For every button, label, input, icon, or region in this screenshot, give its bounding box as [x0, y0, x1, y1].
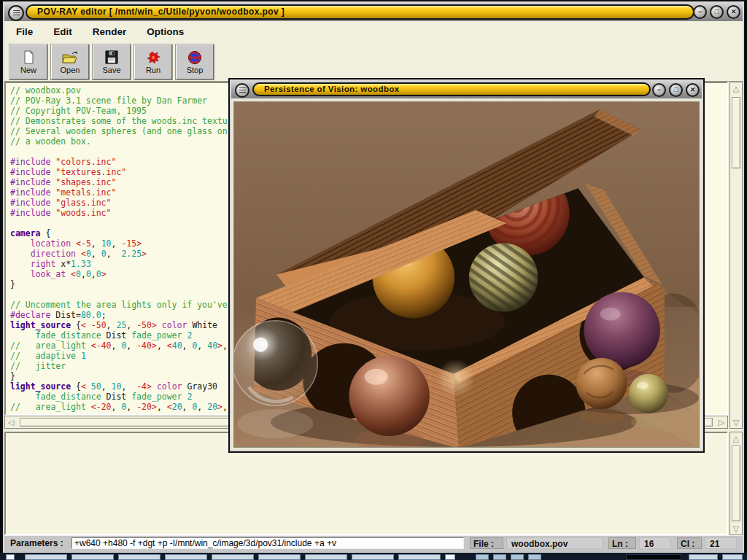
taskbar-item[interactable] [689, 554, 718, 560]
message-vertical-scrollbar[interactable]: △ ▽ [729, 432, 743, 535]
close-icon: ✕ [731, 9, 737, 15]
taskbar-item[interactable] [165, 554, 207, 560]
taskbar-item[interactable] [493, 554, 506, 560]
window-menu-button[interactable] [8, 5, 24, 21]
save-button[interactable]: Save [93, 44, 131, 79]
menu-file[interactable]: File [16, 26, 33, 37]
taskbar-item[interactable] [511, 554, 524, 560]
minimize-button[interactable]: − [693, 5, 707, 19]
menu-options[interactable]: Options [147, 26, 184, 37]
taskbar-item[interactable] [258, 554, 301, 560]
file-value: woodbox.pov [506, 537, 603, 549]
maximize-button[interactable]: □ [669, 83, 683, 97]
line-label: Ln : [608, 537, 636, 549]
window-title: POV-RAY editor [ /mnt/win_c/Utile/pyvon/… [26, 4, 694, 20]
scroll-up-icon[interactable]: △ [730, 82, 742, 94]
taskbar-item[interactable] [6, 554, 15, 560]
taskbar-item[interactable] [476, 554, 489, 560]
save-button-label: Save [102, 66, 120, 74]
scroll-down-icon[interactable]: ▽ [730, 523, 742, 534]
minimize-icon: − [698, 9, 702, 15]
open-button[interactable]: Open [51, 44, 89, 79]
scroll-down-icon[interactable]: ▽ [730, 416, 742, 428]
window-menu-icon [13, 10, 20, 16]
taskbar-item[interactable] [305, 554, 347, 560]
parameters-input[interactable] [71, 537, 464, 549]
editor-vertical-scrollbar[interactable]: △ ▽ [729, 82, 743, 429]
editor-vscroll-thumb[interactable] [732, 97, 740, 168]
close-icon: ✕ [690, 87, 696, 93]
column-value: 21 [705, 537, 737, 549]
scroll-right-icon[interactable]: ▷ [716, 416, 727, 428]
new-button[interactable]: New [9, 44, 47, 79]
open-folder-icon [61, 50, 79, 65]
maximize-button[interactable]: □ [710, 5, 724, 19]
taskbar-item[interactable] [626, 554, 681, 560]
menubar: File Edit Render Options [4, 21, 743, 42]
taskbar-item[interactable] [352, 554, 394, 560]
message-vscroll-thumb[interactable] [732, 446, 740, 521]
taskbar-item[interactable] [722, 554, 743, 560]
toolbar: New Open Save [4, 42, 743, 82]
file-label: File : [470, 537, 503, 549]
column-label: Cl : [677, 537, 702, 549]
run-render-icon [145, 50, 161, 65]
window-menu-button[interactable] [235, 83, 249, 98]
new-document-icon [20, 50, 36, 65]
open-button-label: Open [61, 66, 80, 74]
taskbar-item[interactable] [25, 554, 67, 560]
render-image [233, 101, 700, 448]
stop-button[interactable]: Stop [176, 44, 214, 79]
scroll-left-icon[interactable]: ◁ [5, 416, 17, 428]
parameters-label: Parameters : [7, 537, 66, 549]
run-button-label: Run [146, 66, 160, 74]
taskbar-item[interactable] [528, 554, 541, 560]
close-button[interactable]: ✕ [686, 83, 700, 97]
new-button-label: New [20, 66, 36, 74]
scroll-up-icon[interactable]: △ [730, 432, 742, 444]
maximize-icon: □ [715, 9, 719, 15]
stop-button-label: Stop [187, 66, 204, 74]
render-window: Persistence of Vision: woodbox − □ ✕ [228, 78, 705, 453]
render-titlebar[interactable]: Persistence of Vision: woodbox − □ ✕ [231, 81, 702, 98]
taskbar-item[interactable] [212, 554, 254, 560]
floppy-disk-icon [104, 50, 120, 65]
taskbar [0, 553, 747, 560]
taskbar-item[interactable] [398, 554, 441, 560]
line-value: 16 [639, 537, 671, 549]
window-menu-icon [239, 88, 246, 93]
taskbar-item[interactable] [118, 554, 160, 560]
taskbar-item[interactable] [445, 554, 455, 560]
menu-edit[interactable]: Edit [53, 26, 72, 37]
main-titlebar[interactable]: POV-RAY editor [ /mnt/win_c/Utile/pyvon/… [4, 3, 743, 21]
minimize-icon: − [657, 87, 661, 93]
maximize-icon: □ [674, 87, 678, 93]
taskbar-item[interactable] [71, 554, 114, 560]
minimize-button[interactable]: − [652, 83, 666, 97]
close-button[interactable]: ✕ [727, 5, 740, 19]
statusbar: Parameters : File : woodbox.pov Ln : 16 … [4, 535, 743, 552]
stop-render-icon [187, 50, 203, 65]
menu-render[interactable]: Render [93, 26, 127, 37]
run-button[interactable]: Run [134, 44, 172, 79]
render-window-title: Persistence of Vision: woodbox [252, 82, 651, 96]
